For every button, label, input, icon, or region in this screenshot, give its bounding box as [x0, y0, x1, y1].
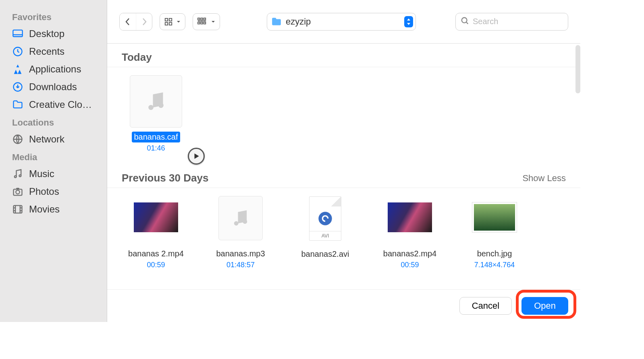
sidebar-item-applications[interactable]: Applications — [0, 60, 107, 78]
group-by-button[interactable] — [193, 13, 220, 30]
folder-icon — [271, 17, 282, 26]
clock-icon — [12, 46, 23, 57]
svg-rect-25 — [204, 22, 206, 24]
file-item[interactable]: bananas2.mp4 00:59 — [376, 202, 444, 269]
folder-icon — [12, 99, 23, 110]
svg-point-5 — [15, 176, 17, 178]
cancel-button[interactable]: Cancel — [459, 297, 512, 315]
sidebar-item-label: Photos — [29, 186, 59, 197]
sidebar-section-locations: Locations — [0, 113, 107, 130]
file-item[interactable]: bananas.mp3 01:48:57 — [206, 196, 275, 269]
sidebar-item-label: Desktop — [29, 28, 64, 39]
film-icon — [12, 204, 23, 215]
sidebar-item-creative-cloud[interactable]: Creative Clo… — [0, 96, 107, 113]
sidebar-item-label: Recents — [29, 46, 64, 57]
dialog-footer: Cancel Open — [107, 289, 580, 322]
svg-rect-24 — [201, 22, 203, 24]
main-pane: ezyzip Today bana — [107, 0, 580, 322]
svg-point-6 — [19, 175, 21, 177]
view-mode-button[interactable] — [160, 13, 185, 30]
music-icon — [12, 168, 23, 180]
avi-label: AVI — [310, 231, 341, 240]
file-content: Today bananas.caf 01:46 Previous 30 Days… — [107, 43, 580, 289]
svg-rect-23 — [198, 22, 200, 24]
sidebar-item-label: Music — [29, 168, 54, 180]
sidebar-item-label: Movies — [29, 204, 60, 215]
forward-button[interactable] — [136, 13, 152, 30]
svg-rect-0 — [13, 30, 22, 37]
svg-point-29 — [148, 105, 154, 110]
path-label: ezyzip — [286, 17, 400, 27]
svg-rect-19 — [169, 22, 172, 25]
svg-rect-21 — [201, 18, 203, 20]
file-name: bananas.mp3 — [214, 248, 267, 259]
file-name: bench.jpg — [475, 248, 515, 259]
sidebar-item-downloads[interactable]: Downloads — [0, 78, 107, 96]
audio-thumbnail — [130, 75, 182, 128]
file-name: bananas2.avi — [299, 249, 352, 260]
open-button[interactable]: Open — [521, 297, 568, 315]
scrollbar[interactable] — [575, 45, 580, 93]
show-less-button[interactable]: Show Less — [522, 173, 566, 184]
path-popup[interactable]: ezyzip — [267, 13, 416, 31]
applications-icon — [12, 64, 23, 75]
sidebar-section-media: Media — [0, 148, 107, 165]
nav-back-forward — [119, 13, 152, 31]
sidebar-item-label: Network — [29, 134, 64, 145]
group-header-prev30: Previous 30 Days Show Less — [107, 165, 580, 188]
file-name: bananas2.mp4 — [381, 248, 439, 259]
sidebar-item-network[interactable]: Network — [0, 130, 107, 148]
search-input[interactable] — [473, 17, 563, 26]
sidebar-item-photos[interactable]: Photos — [0, 183, 107, 200]
file-meta: 01:48:57 — [226, 261, 255, 269]
download-icon — [12, 81, 23, 93]
desktop-icon — [12, 28, 23, 39]
file-meta: 00:59 — [401, 261, 419, 269]
search-field[interactable] — [455, 13, 568, 31]
svg-point-30 — [158, 103, 164, 108]
video-thumbnail — [388, 202, 432, 232]
avi-thumbnail: AVI — [309, 196, 341, 241]
back-button[interactable] — [120, 13, 136, 30]
file-meta: 00:59 — [147, 261, 165, 269]
grid-today: bananas.caf 01:46 — [107, 67, 580, 165]
group-header-today: Today — [107, 44, 580, 67]
audio-thumbnail — [218, 196, 263, 240]
sidebar-item-label: Applications — [29, 64, 81, 75]
svg-point-31 — [234, 221, 239, 226]
svg-rect-9 — [14, 206, 22, 213]
svg-point-32 — [243, 219, 247, 224]
sidebar-section-favorites: Favorites — [0, 8, 107, 25]
svg-rect-20 — [198, 18, 200, 20]
file-item[interactable]: AVI bananas2.avi — [291, 196, 359, 269]
search-icon — [461, 17, 469, 27]
grid-prev30: bananas 2.mp4 00:59 bananas.mp3 01:48:57… — [107, 188, 580, 281]
sidebar-item-desktop[interactable]: Desktop — [0, 25, 107, 43]
toolbar: ezyzip — [107, 0, 580, 43]
svg-rect-18 — [165, 22, 168, 25]
group-title: Previous 30 Days — [122, 172, 208, 184]
file-meta: 7.148×4.764 — [474, 261, 515, 269]
file-item[interactable]: bananas 2.mp4 00:59 — [122, 202, 190, 269]
file-name: bananas.caf — [132, 132, 181, 142]
file-item[interactable]: bench.jpg 7.148×4.764 — [460, 202, 529, 269]
file-meta: 01:46 — [147, 144, 165, 153]
camera-icon — [12, 186, 23, 197]
sidebar-item-music[interactable]: Music — [0, 165, 107, 183]
image-thumbnail — [472, 202, 517, 232]
svg-point-8 — [16, 190, 19, 194]
svg-point-33 — [318, 212, 332, 225]
file-name: bananas 2.mp4 — [126, 248, 186, 259]
play-icon[interactable] — [188, 148, 205, 165]
sidebar-item-label: Creative Clo… — [29, 99, 92, 110]
video-thumbnail — [134, 202, 178, 232]
globe-icon — [12, 134, 23, 145]
sidebar-item-movies[interactable]: Movies — [0, 200, 107, 218]
svg-rect-22 — [204, 18, 206, 20]
sidebar-item-label: Downloads — [29, 81, 77, 93]
file-item[interactable]: bananas.caf 01:46 — [122, 75, 190, 153]
sidebar-item-recents[interactable]: Recents — [0, 43, 107, 60]
up-down-icon — [404, 16, 413, 27]
svg-point-27 — [462, 17, 467, 23]
svg-line-28 — [466, 22, 468, 24]
